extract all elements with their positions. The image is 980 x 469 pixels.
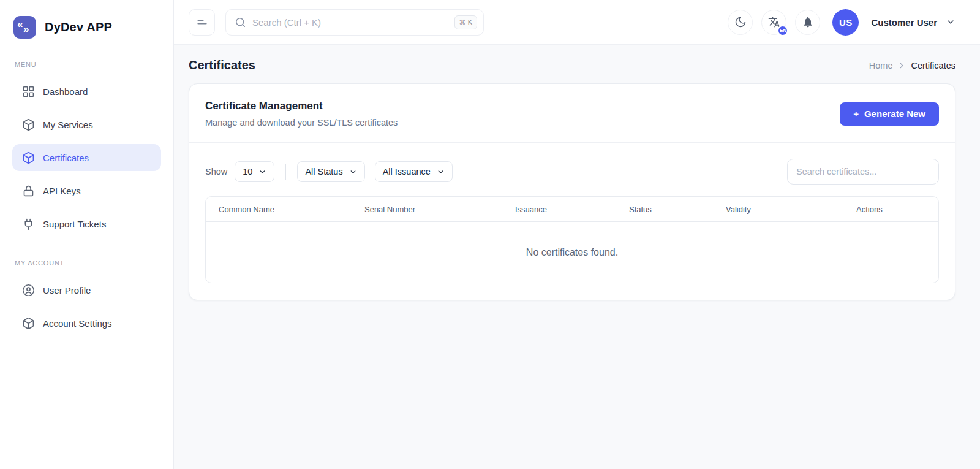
hamburger-icon: [196, 16, 208, 28]
card-title: Certificate Management: [205, 100, 398, 112]
sidebar-item-user-profile[interactable]: User Profile: [12, 276, 161, 303]
certificates-table: Common Name Serial Number Issuance Statu…: [205, 196, 939, 283]
breadcrumb-home-link[interactable]: Home: [869, 61, 893, 71]
dark-mode-button[interactable]: [728, 10, 753, 35]
card-subtitle: Manage and download your SSL/TLS certifi…: [205, 118, 398, 128]
page-size-value: 10: [243, 167, 252, 177]
sidebar-item-label: Support Tickets: [43, 219, 106, 229]
box-icon: [22, 118, 35, 131]
sidebar-item-support-tickets[interactable]: Support Tickets: [12, 210, 161, 237]
content-area: Certificates Home Certificates Certifica…: [174, 45, 980, 469]
show-label: Show: [205, 167, 227, 177]
sidebar-item-label: Account Settings: [43, 318, 112, 329]
language-badge: EN: [777, 25, 788, 36]
chevron-right-icon: [897, 61, 906, 70]
sidebar-item-dashboard[interactable]: Dashboard: [12, 78, 161, 105]
language-button[interactable]: EN: [761, 10, 786, 35]
generate-new-button[interactable]: + Generate New: [840, 102, 939, 126]
sidebar-item-api-keys[interactable]: API Keys: [12, 177, 161, 204]
status-filter-value: All Status: [305, 167, 342, 177]
search-input[interactable]: [252, 17, 448, 28]
box-icon: [22, 151, 35, 164]
sidebar-item-certificates[interactable]: Certificates: [12, 144, 161, 171]
topbar: ⌘ K EN US Customer User: [174, 0, 980, 45]
column-header-issuance: Issuance: [515, 205, 629, 214]
sidebar-item-label: Dashboard: [43, 86, 88, 97]
sidebar-item-account-settings[interactable]: Account Settings: [12, 310, 161, 337]
bell-icon: [802, 16, 814, 28]
sidebar-item-label: API Keys: [43, 186, 81, 196]
status-filter-select[interactable]: All Status: [297, 161, 364, 182]
breadcrumb-current: Certificates: [911, 61, 956, 71]
avatar[interactable]: US: [832, 9, 859, 36]
chevron-down-icon: [258, 168, 266, 176]
certificates-search-input[interactable]: [787, 159, 939, 185]
column-header-actions: Actions: [856, 205, 938, 214]
logo-glyph-right: »: [23, 24, 29, 34]
chevron-down-icon: [349, 168, 357, 176]
brand[interactable]: « » DyDev APP: [12, 16, 161, 39]
issuance-filter-select[interactable]: All Issuance: [375, 161, 453, 182]
plus-icon: +: [853, 109, 859, 119]
page-size-select[interactable]: 10: [235, 161, 274, 182]
empty-state-message: No certificates found.: [206, 222, 938, 283]
chevron-down-icon[interactable]: [946, 17, 956, 27]
keyboard-shortcut-badge: ⌘ K: [454, 15, 477, 29]
breadcrumb: Home Certificates: [869, 61, 956, 71]
filter-divider: [285, 164, 286, 180]
table-header-row: Common Name Serial Number Issuance Statu…: [206, 197, 938, 222]
plug-icon: [22, 218, 35, 231]
global-search[interactable]: ⌘ K: [225, 9, 484, 36]
user-circle-icon: [22, 284, 35, 297]
page-title: Certificates: [189, 58, 255, 72]
sidebar-item-label: User Profile: [43, 285, 91, 296]
moon-icon: [734, 16, 747, 28]
column-header-status: Status: [629, 205, 726, 214]
chevron-down-icon: [437, 168, 445, 176]
user-name: Customer User: [871, 17, 937, 28]
sidebar-item-my-services[interactable]: My Services: [12, 111, 161, 138]
account-section-label: MY ACCOUNT: [15, 259, 161, 267]
issuance-filter-value: All Issuance: [383, 167, 431, 177]
sidebar-item-label: Certificates: [43, 153, 89, 163]
menu-section-label: MENU: [15, 61, 161, 68]
app-logo-icon: « »: [13, 16, 36, 39]
logo-glyph-left: «: [17, 19, 23, 29]
search-icon: [235, 17, 246, 28]
sidebar-item-label: My Services: [43, 120, 93, 130]
box-icon: [22, 317, 35, 330]
sidebar-toggle-button[interactable]: [189, 9, 215, 36]
column-header-common-name: Common Name: [206, 205, 364, 214]
column-header-serial-number: Serial Number: [364, 205, 515, 214]
app-title: DyDev APP: [45, 20, 112, 34]
notifications-button[interactable]: [795, 10, 820, 35]
column-header-validity: Validity: [726, 205, 856, 214]
lock-icon: [22, 185, 35, 197]
certificate-management-card: Certificate Management Manage and downlo…: [189, 83, 956, 300]
filters-row: Show 10 All Status All Issuance: [189, 143, 955, 185]
sidebar: « » DyDev APP MENU Dashboard My Services…: [0, 0, 174, 469]
generate-new-label: Generate New: [864, 109, 925, 119]
grid-icon: [22, 85, 35, 98]
main-area: ⌘ K EN US Customer User Certificates Hom…: [174, 0, 980, 469]
